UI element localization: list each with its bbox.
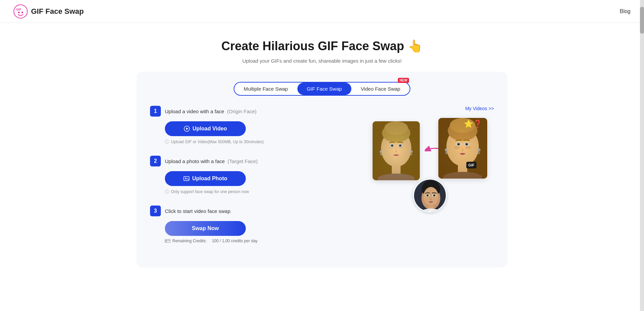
svg-rect-10 <box>166 241 167 242</box>
svg-text:GIF: GIF <box>16 8 22 11</box>
my-videos-link[interactable]: My Videos >> <box>366 106 494 111</box>
tab-multiple-face-swap[interactable]: Multiple Face Swap <box>234 83 297 95</box>
step-3-number: 3 <box>150 206 161 216</box>
svg-point-3 <box>22 11 23 13</box>
step-1-title: Upload a video with a face (Origin Face) <box>165 108 257 114</box>
preview-images: ⭐❓ <box>366 115 494 216</box>
svg-point-7 <box>185 178 186 178</box>
credits-info: Remaining Credits: 100 / 1,00 credits pe… <box>165 239 352 243</box>
logo-icon: GIF <box>13 4 28 19</box>
step-2-title: Upload a photo with a face (Target Face) <box>165 158 258 164</box>
svg-point-59 <box>427 195 428 196</box>
tab-group: Multiple Face Swap GIF Face Swap Video F… <box>234 82 410 96</box>
swap-now-button[interactable]: Swap Now <box>165 221 246 236</box>
play-circle-icon <box>184 126 190 132</box>
svg-point-54 <box>423 187 438 206</box>
step-2-block: 2 Upload a photo with a face (Target Fac… <box>150 156 352 195</box>
after-face-card: ⭐❓ <box>438 118 487 179</box>
gif-badge: GIF <box>466 162 476 168</box>
tab-switcher: Multiple Face Swap GIF Face Swap Video F… <box>150 82 494 96</box>
new-badge: NEW <box>398 78 409 83</box>
info-icon-2: ⓘ <box>165 189 169 195</box>
steps-area: 1 Upload a video with a face (Origin Fac… <box>150 106 352 254</box>
credits-icon <box>165 239 170 243</box>
step-3-block: 3 Click to start video face swap Swap No… <box>150 206 352 243</box>
svg-rect-8 <box>165 240 170 243</box>
upload-photo-button[interactable]: Upload Photo <box>165 171 246 186</box>
step-2-header: 2 Upload a photo with a face (Target Fac… <box>150 156 352 166</box>
hero-title: Create Hilarious GIF Face Swap 👆 <box>7 39 637 53</box>
before-face-card <box>373 121 420 180</box>
svg-marker-5 <box>186 128 188 130</box>
step-2-hint: ⓘ Only support face swap for one person … <box>165 189 352 195</box>
svg-rect-29 <box>373 121 420 180</box>
content-area: 1 Upload a video with a face (Origin Fac… <box>150 106 494 254</box>
tab-video-face-swap[interactable]: Video Face Swap NEW <box>351 83 410 95</box>
hero-subtitle: Upload your GIFs and create fun, shareab… <box>7 58 637 64</box>
step-1-header: 1 Upload a video with a face (Origin Fac… <box>150 106 352 117</box>
main-card: Multiple Face Swap GIF Face Swap Video F… <box>137 72 507 268</box>
svg-point-2 <box>18 11 20 13</box>
scrollbar-thumb[interactable] <box>640 7 644 34</box>
blog-link[interactable]: Blog <box>620 8 631 14</box>
logo-text: GIF Face Swap <box>31 7 84 16</box>
step-1-number: 1 <box>150 106 161 117</box>
upload-video-button[interactable]: Upload Video <box>165 121 246 136</box>
before-face-svg <box>373 121 420 180</box>
logo-area: GIF GIF Face Swap <box>13 4 84 19</box>
image-upload-icon <box>183 176 189 182</box>
step-1-block: 1 Upload a video with a face (Origin Fac… <box>150 106 352 145</box>
tab-gif-face-swap[interactable]: GIF Face Swap <box>297 83 351 95</box>
source-photo-circle <box>413 179 447 212</box>
step-3-title: Click to start video face swap <box>165 208 230 214</box>
svg-point-60 <box>434 195 435 196</box>
scrollbar[interactable] <box>640 0 644 311</box>
info-icon-1: ⓘ <box>165 139 169 145</box>
star-decoration: ⭐❓ <box>464 120 482 128</box>
step-1-hint: ⓘ Upload GIF or Video(Max 500MB, Up to 3… <box>165 139 352 145</box>
step-3-header: 3 Click to start video face swap <box>150 206 352 216</box>
preview-area: My Videos >> <box>366 106 494 216</box>
step-2-number: 2 <box>150 156 161 166</box>
header: GIF GIF Face Swap Blog <box>0 0 644 23</box>
svg-point-0 <box>14 5 27 18</box>
hero-section: Create Hilarious GIF Face Swap 👆 Upload … <box>0 23 644 72</box>
source-face-svg <box>414 180 447 212</box>
